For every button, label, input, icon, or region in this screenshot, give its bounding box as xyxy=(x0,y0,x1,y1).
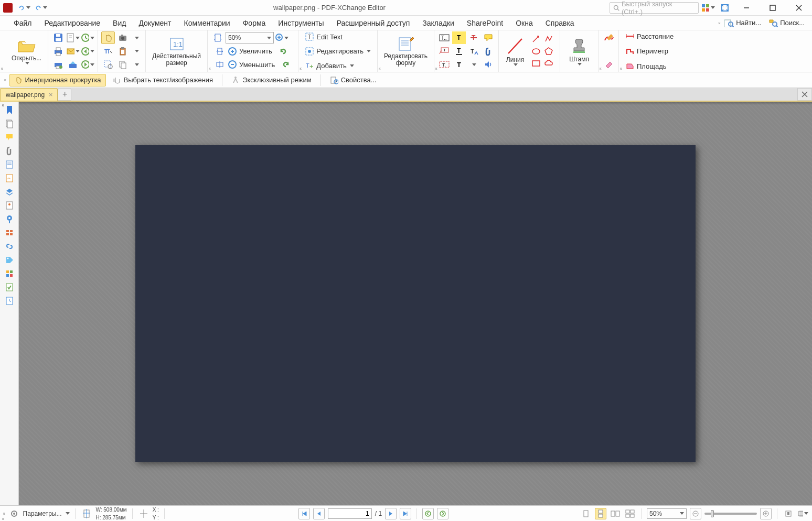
nav-back-button[interactable] xyxy=(422,508,434,519)
underline-tool[interactable]: T xyxy=(452,45,466,58)
typewriter-tool[interactable]: T. xyxy=(437,58,451,71)
fit-page-button[interactable] xyxy=(211,31,225,44)
rotate-ccw-button[interactable] xyxy=(277,46,289,57)
maximize-button[interactable] xyxy=(761,0,785,16)
fit-width-status[interactable] xyxy=(797,508,809,519)
close-all-tabs-button[interactable] xyxy=(797,88,812,101)
eraser-tool[interactable] xyxy=(602,58,615,71)
pan-zoom-pane-icon[interactable] xyxy=(4,227,15,238)
menu-tools[interactable]: Инструменты xyxy=(272,17,330,29)
minimize-button[interactable] xyxy=(734,0,758,16)
scan-button[interactable] xyxy=(66,58,80,71)
continuous-layout[interactable] xyxy=(595,508,606,519)
select-text-button[interactable]: I Выбрать текст/изображения xyxy=(108,74,218,86)
hand-tool-button[interactable] xyxy=(101,31,115,44)
area-button[interactable]: Площадь xyxy=(622,61,670,71)
tool-dropdown-1[interactable] xyxy=(131,32,142,44)
line-tool-button[interactable]: Линия xyxy=(502,36,528,67)
quickprint-button[interactable] xyxy=(51,58,65,71)
tags-pane-icon[interactable] xyxy=(4,255,15,265)
ui-options-button[interactable] xyxy=(701,2,715,14)
links-pane-icon[interactable] xyxy=(4,241,15,252)
fit-page-status[interactable] xyxy=(783,508,794,519)
attach-tool[interactable] xyxy=(482,45,495,58)
marquee-zoom-button[interactable] xyxy=(101,58,115,71)
zoom-out-status[interactable] xyxy=(690,508,701,519)
fullscreen-button[interactable] xyxy=(718,2,732,14)
redo-button[interactable] xyxy=(33,3,49,13)
thumbnails-pane-icon[interactable] xyxy=(4,118,15,129)
highlight-tool[interactable]: T xyxy=(452,31,466,44)
signatures-pane-icon[interactable] xyxy=(4,173,15,183)
attachments-pane-icon[interactable] xyxy=(4,146,15,156)
menu-bookmarks[interactable]: Закладки xyxy=(416,17,461,29)
sound-tool[interactable] xyxy=(482,58,495,71)
actual-size-button[interactable]: 1:1 Действительный размер xyxy=(149,35,204,68)
tab-close-icon[interactable]: × xyxy=(49,91,53,99)
spellcheck-pane-icon[interactable] xyxy=(4,282,15,292)
close-button[interactable] xyxy=(787,0,811,16)
properties-pane-icon[interactable] xyxy=(4,268,15,279)
document-tab[interactable]: wallpaper.png × xyxy=(0,88,58,101)
cloud-tool[interactable] xyxy=(543,58,554,69)
zoom-slider[interactable] xyxy=(704,513,757,515)
zoom-to-button[interactable] xyxy=(275,31,289,44)
prev-page-button[interactable] xyxy=(313,508,325,519)
sticky-note-tool[interactable] xyxy=(482,31,495,44)
save-button[interactable] xyxy=(51,31,65,44)
undo-button[interactable] xyxy=(16,3,33,13)
nav-fwd-button[interactable] xyxy=(437,508,448,519)
polygon-tool[interactable] xyxy=(543,46,554,57)
next-doc-button[interactable] xyxy=(81,58,94,71)
single-page-layout[interactable] xyxy=(580,508,592,519)
arrow-tool[interactable] xyxy=(530,33,542,45)
prev-doc-button[interactable] xyxy=(81,45,94,58)
menu-windows[interactable]: Окна xyxy=(509,17,539,29)
zoom-in-label[interactable]: Увеличить xyxy=(239,47,272,55)
last-page-button[interactable] xyxy=(400,508,411,519)
open-button[interactable]: Открыть... xyxy=(8,37,45,66)
fit-visible-button[interactable] xyxy=(214,59,226,70)
zoom-in-status[interactable] xyxy=(760,508,772,519)
layers-pane-icon[interactable] xyxy=(4,187,15,197)
menu-help[interactable]: Справка xyxy=(539,17,581,29)
menu-sharepoint[interactable]: SharePoint xyxy=(461,17,509,29)
comments-pane-icon[interactable] xyxy=(4,132,15,143)
recent-button[interactable] xyxy=(81,31,94,44)
tool-dropdown-3[interactable] xyxy=(131,59,142,70)
menu-form[interactable]: Форма xyxy=(237,17,272,29)
two-page-layout[interactable] xyxy=(610,508,621,519)
params-label[interactable]: Параметры... xyxy=(23,510,62,517)
rotate-cw-button[interactable] xyxy=(280,59,292,70)
copy-button[interactable] xyxy=(116,58,130,71)
add-dropdown[interactable]: T+ Добавить xyxy=(302,60,357,71)
perimeter-button[interactable]: Периметр xyxy=(622,47,671,56)
fields-pane-icon[interactable] xyxy=(4,159,15,170)
new-doc-button[interactable] xyxy=(66,31,80,44)
zoom-status-combo[interactable]: 50% xyxy=(647,508,687,519)
first-page-button[interactable] xyxy=(298,508,310,519)
destinations-pane-icon[interactable] xyxy=(4,214,15,224)
new-tab-button[interactable]: + xyxy=(58,88,71,101)
bookmarks-pane-icon[interactable] xyxy=(4,105,15,115)
stamp-button[interactable]: Штамп xyxy=(563,36,595,67)
menu-file[interactable]: Файл xyxy=(7,17,38,29)
two-page-continuous-layout[interactable] xyxy=(624,508,636,519)
menu-view[interactable]: Вид xyxy=(106,17,132,29)
snapshot-button[interactable] xyxy=(116,31,130,44)
edit-dropdown[interactable]: Редактировать xyxy=(302,46,374,57)
menu-document[interactable]: Документ xyxy=(132,17,177,29)
next-page-button[interactable] xyxy=(385,508,397,519)
menu-ext-access[interactable]: Расширенный доступ xyxy=(330,17,416,29)
distance-button[interactable]: Расстояние xyxy=(622,31,677,41)
menu-edit[interactable]: Редактирование xyxy=(38,17,106,29)
oval-tool[interactable] xyxy=(530,46,542,57)
zoom-out-label[interactable]: Уменьшить xyxy=(239,61,275,69)
properties-button[interactable]: Свойства... xyxy=(325,74,381,86)
strikeout-tool[interactable]: T xyxy=(467,31,480,44)
edit-form-button[interactable]: Редактировать форму xyxy=(381,35,431,68)
callout-tool[interactable]: T xyxy=(437,45,451,58)
rect-tool[interactable] xyxy=(530,58,542,69)
menu-comments[interactable]: Комментарии xyxy=(178,17,237,29)
page-number-input[interactable] xyxy=(328,508,372,519)
